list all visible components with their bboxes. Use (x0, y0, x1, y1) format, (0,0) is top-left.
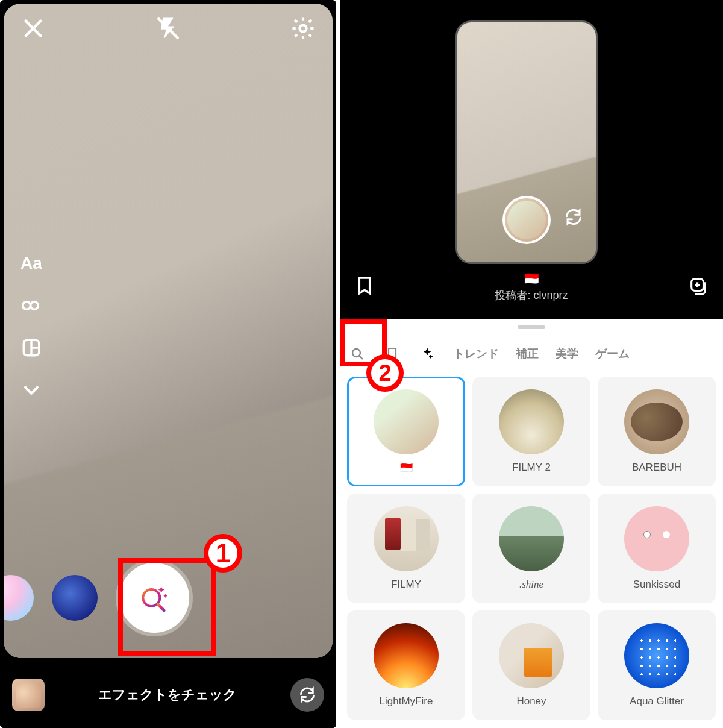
effect-card[interactable]: Sunkissed (598, 494, 716, 603)
effect-label: 🇮🇩 (400, 462, 413, 474)
effect-label: .shine (519, 579, 543, 591)
tab-trend[interactable]: トレンド (445, 340, 507, 368)
effect-card[interactable]: 🇮🇩 (347, 377, 465, 486)
effect-card[interactable]: FILMY (347, 494, 465, 603)
effect-card[interactable]: Aqua Glitter (598, 610, 716, 720)
svg-point-3 (299, 25, 306, 31)
effect-thumb (499, 623, 564, 688)
effect-label: FILMY 2 (512, 462, 551, 474)
tab-game[interactable]: ゲーム (587, 340, 638, 368)
sparkle-tab[interactable] (410, 340, 445, 367)
chevron-down-icon[interactable] (18, 380, 45, 400)
effect-card[interactable]: FILMY 2 (472, 377, 590, 486)
settings-icon[interactable] (290, 16, 316, 43)
switch-camera-button[interactable] (290, 678, 324, 712)
annotation-badge-1: 1 (204, 534, 242, 573)
effect-bubble-pastel[interactable] (4, 575, 34, 621)
boomerang-icon[interactable] (18, 296, 45, 315)
effect-card[interactable]: .shine (472, 494, 590, 603)
annotation-badge-2: 2 (366, 354, 404, 392)
effect-thumb (624, 506, 689, 571)
effect-thumb (624, 623, 689, 688)
effect-flag: 🇮🇩 (375, 271, 688, 286)
flash-off-icon[interactable] (155, 16, 181, 43)
effect-card[interactable]: BAREBUH (598, 377, 716, 486)
effect-gallery-panel: 🇮🇩 投稿者: clvnprz トレンド 補正 (340, 0, 723, 728)
effect-label: BAREBUH (632, 462, 681, 474)
tab-correction[interactable]: 補正 (507, 340, 547, 368)
layout-icon[interactable] (18, 338, 45, 357)
effect-card[interactable]: LightMyFire (347, 610, 465, 720)
effect-thumb (624, 389, 689, 454)
effect-title-block: 🇮🇩 投稿者: clvnprz (375, 271, 688, 303)
effect-author: 投稿者: clvnprz (495, 289, 568, 301)
effect-label: FILMY (391, 579, 421, 591)
effect-thumb (374, 623, 439, 688)
effect-preview (455, 20, 598, 264)
save-effect-icon[interactable] (354, 275, 375, 298)
gallery-button[interactable] (12, 679, 45, 711)
add-to-collection-icon[interactable] (688, 275, 709, 298)
close-icon[interactable] (20, 16, 46, 43)
sheet-handle[interactable] (518, 325, 545, 329)
preview-shutter[interactable] (502, 196, 551, 244)
camera-bottom-bar: エフェクトをチェック (0, 662, 336, 728)
annotation-box-1 (118, 558, 216, 656)
camera-top-bar (4, 16, 333, 43)
effect-meta-row: 🇮🇩 投稿者: clvnprz (340, 271, 723, 303)
effect-label: Sunkissed (633, 579, 680, 591)
effects-grid: 🇮🇩 FILMY 2 BAREBUH FILMY .shine (340, 368, 723, 728)
effect-thumb (499, 506, 564, 571)
effect-thumb (374, 389, 439, 454)
effect-thumb (499, 389, 564, 454)
effect-bubble-galaxy[interactable] (52, 575, 98, 621)
effect-label: LightMyFire (380, 695, 433, 708)
sparkle-icon (420, 347, 434, 361)
check-effects-label[interactable]: エフェクトをチェック (45, 686, 290, 704)
effect-label: Aqua Glitter (630, 695, 684, 708)
story-camera-panel: Aa (0, 0, 336, 728)
effect-thumb (374, 506, 439, 571)
effect-label: Honey (516, 695, 546, 708)
switch-camera-icon[interactable] (565, 208, 583, 228)
camera-side-tools: Aa (18, 254, 45, 400)
text-tool[interactable]: Aa (18, 254, 45, 273)
effect-card[interactable]: Honey (472, 610, 590, 720)
tab-aesthetic[interactable]: 美学 (547, 340, 587, 368)
